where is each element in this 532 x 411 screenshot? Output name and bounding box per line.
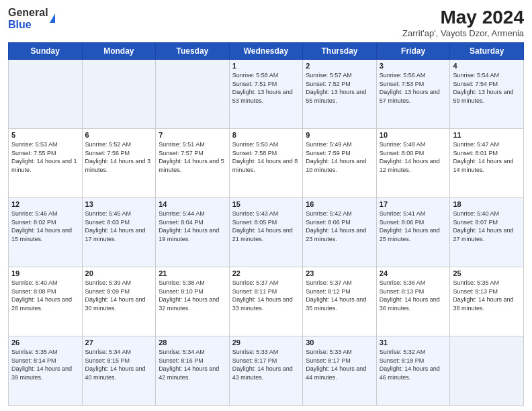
calendar-cell: 22Sunrise: 5:37 AM Sunset: 8:11 PM Dayli… bbox=[229, 267, 303, 336]
calendar-cell: 15Sunrise: 5:43 AM Sunset: 8:05 PM Dayli… bbox=[229, 198, 303, 267]
calendar-cell: 25Sunrise: 5:35 AM Sunset: 8:13 PM Dayli… bbox=[450, 267, 524, 336]
calendar-cell: 20Sunrise: 5:39 AM Sunset: 8:09 PM Dayli… bbox=[82, 267, 156, 336]
calendar-cell bbox=[9, 60, 83, 129]
location: Zarrit'ap', Vayots Dzor, Armenia bbox=[402, 28, 524, 38]
day-number: 23 bbox=[306, 269, 373, 277]
calendar-cell: 9Sunrise: 5:49 AM Sunset: 7:59 PM Daylig… bbox=[303, 129, 377, 198]
calendar-cell bbox=[450, 336, 524, 406]
calendar-cell: 11Sunrise: 5:47 AM Sunset: 8:01 PM Dayli… bbox=[450, 129, 524, 198]
day-info: Sunrise: 5:53 AM Sunset: 7:55 PM Dayligh… bbox=[11, 140, 79, 174]
calendar-cell: 19Sunrise: 5:40 AM Sunset: 8:08 PM Dayli… bbox=[9, 267, 83, 336]
day-info: Sunrise: 5:46 AM Sunset: 8:02 PM Dayligh… bbox=[11, 210, 79, 243]
day-number: 31 bbox=[380, 338, 447, 347]
day-number: 22 bbox=[232, 269, 300, 277]
day-info: Sunrise: 5:39 AM Sunset: 8:09 PM Dayligh… bbox=[85, 279, 153, 312]
calendar-cell: 1Sunrise: 5:58 AM Sunset: 7:51 PM Daylig… bbox=[229, 60, 303, 129]
logo-name: General Blue bbox=[8, 7, 48, 31]
day-info: Sunrise: 5:58 AM Sunset: 7:51 PM Dayligh… bbox=[232, 71, 300, 105]
logo: General Blue bbox=[8, 7, 55, 31]
weekday-header-thursday: Thursday bbox=[303, 43, 377, 60]
day-info: Sunrise: 5:49 AM Sunset: 7:59 PM Dayligh… bbox=[306, 140, 373, 174]
day-info: Sunrise: 5:54 AM Sunset: 7:54 PM Dayligh… bbox=[453, 71, 521, 105]
day-info: Sunrise: 5:43 AM Sunset: 8:05 PM Dayligh… bbox=[232, 210, 300, 243]
day-number: 17 bbox=[380, 200, 447, 208]
calendar-cell: 7Sunrise: 5:51 AM Sunset: 7:57 PM Daylig… bbox=[156, 129, 230, 198]
day-number: 15 bbox=[232, 200, 300, 208]
day-number: 12 bbox=[11, 200, 79, 208]
calendar-cell: 17Sunrise: 5:41 AM Sunset: 8:06 PM Dayli… bbox=[376, 198, 450, 267]
weekday-header-saturday: Saturday bbox=[450, 43, 524, 60]
day-info: Sunrise: 5:47 AM Sunset: 8:01 PM Dayligh… bbox=[453, 140, 521, 174]
calendar-cell bbox=[156, 60, 230, 129]
day-number: 20 bbox=[85, 269, 153, 277]
calendar-cell: 26Sunrise: 5:35 AM Sunset: 8:14 PM Dayli… bbox=[9, 336, 83, 406]
calendar-cell: 13Sunrise: 5:45 AM Sunset: 8:03 PM Dayli… bbox=[82, 198, 156, 267]
weekday-header-wednesday: Wednesday bbox=[229, 43, 303, 60]
day-info: Sunrise: 5:34 AM Sunset: 8:15 PM Dayligh… bbox=[85, 348, 153, 381]
day-number: 3 bbox=[380, 62, 447, 70]
day-info: Sunrise: 5:33 AM Sunset: 8:17 PM Dayligh… bbox=[306, 348, 373, 381]
weekday-header-monday: Monday bbox=[82, 43, 156, 60]
calendar-cell: 31Sunrise: 5:32 AM Sunset: 8:18 PM Dayli… bbox=[376, 336, 450, 406]
day-info: Sunrise: 5:48 AM Sunset: 8:00 PM Dayligh… bbox=[380, 140, 447, 174]
week-row-5: 26Sunrise: 5:35 AM Sunset: 8:14 PM Dayli… bbox=[9, 336, 524, 406]
day-number: 21 bbox=[159, 269, 226, 277]
day-number: 27 bbox=[85, 338, 153, 347]
week-row-1: 1Sunrise: 5:58 AM Sunset: 7:51 PM Daylig… bbox=[9, 60, 524, 129]
day-info: Sunrise: 5:45 AM Sunset: 8:03 PM Dayligh… bbox=[85, 210, 153, 243]
calendar-cell: 2Sunrise: 5:57 AM Sunset: 7:52 PM Daylig… bbox=[303, 60, 377, 129]
day-number: 5 bbox=[11, 131, 79, 139]
weekday-header-row: SundayMondayTuesdayWednesdayThursdayFrid… bbox=[9, 43, 524, 60]
week-row-2: 5Sunrise: 5:53 AM Sunset: 7:55 PM Daylig… bbox=[9, 129, 524, 198]
week-row-3: 12Sunrise: 5:46 AM Sunset: 8:02 PM Dayli… bbox=[9, 198, 524, 267]
month-title: May 2024 bbox=[402, 7, 524, 28]
day-info: Sunrise: 5:40 AM Sunset: 8:08 PM Dayligh… bbox=[11, 279, 79, 312]
day-info: Sunrise: 5:37 AM Sunset: 8:12 PM Dayligh… bbox=[306, 279, 373, 312]
day-info: Sunrise: 5:42 AM Sunset: 8:06 PM Dayligh… bbox=[306, 210, 373, 243]
day-number: 29 bbox=[232, 338, 300, 347]
weekday-header-tuesday: Tuesday bbox=[156, 43, 230, 60]
calendar-cell: 10Sunrise: 5:48 AM Sunset: 8:00 PM Dayli… bbox=[376, 129, 450, 198]
day-info: Sunrise: 5:35 AM Sunset: 8:14 PM Dayligh… bbox=[11, 348, 79, 381]
calendar-cell: 8Sunrise: 5:50 AM Sunset: 7:58 PM Daylig… bbox=[229, 129, 303, 198]
day-info: Sunrise: 5:37 AM Sunset: 8:11 PM Dayligh… bbox=[232, 279, 300, 312]
day-number: 11 bbox=[453, 131, 521, 139]
calendar-cell bbox=[82, 60, 156, 129]
day-number: 2 bbox=[306, 62, 373, 70]
calendar: SundayMondayTuesdayWednesdayThursdayFrid… bbox=[8, 42, 524, 406]
day-number: 30 bbox=[306, 338, 373, 347]
day-number: 13 bbox=[85, 200, 153, 208]
calendar-cell: 30Sunrise: 5:33 AM Sunset: 8:17 PM Dayli… bbox=[303, 336, 377, 406]
calendar-cell: 12Sunrise: 5:46 AM Sunset: 8:02 PM Dayli… bbox=[9, 198, 83, 267]
weekday-header-sunday: Sunday bbox=[9, 43, 83, 60]
day-number: 25 bbox=[453, 269, 521, 277]
day-info: Sunrise: 5:50 AM Sunset: 7:58 PM Dayligh… bbox=[232, 140, 300, 174]
calendar-cell: 23Sunrise: 5:37 AM Sunset: 8:12 PM Dayli… bbox=[303, 267, 377, 336]
day-info: Sunrise: 5:34 AM Sunset: 8:16 PM Dayligh… bbox=[159, 348, 226, 381]
day-number: 6 bbox=[85, 131, 153, 139]
day-info: Sunrise: 5:32 AM Sunset: 8:18 PM Dayligh… bbox=[380, 348, 447, 381]
day-info: Sunrise: 5:40 AM Sunset: 8:07 PM Dayligh… bbox=[453, 210, 521, 243]
calendar-cell: 21Sunrise: 5:38 AM Sunset: 8:10 PM Dayli… bbox=[156, 267, 230, 336]
day-info: Sunrise: 5:38 AM Sunset: 8:10 PM Dayligh… bbox=[159, 279, 226, 312]
day-info: Sunrise: 5:41 AM Sunset: 8:06 PM Dayligh… bbox=[380, 210, 447, 243]
title-area: May 2024 Zarrit'ap', Vayots Dzor, Armeni… bbox=[402, 7, 524, 38]
day-number: 9 bbox=[306, 131, 373, 139]
day-number: 1 bbox=[232, 62, 300, 70]
calendar-cell: 14Sunrise: 5:44 AM Sunset: 8:04 PM Dayli… bbox=[156, 198, 230, 267]
day-info: Sunrise: 5:36 AM Sunset: 8:13 PM Dayligh… bbox=[380, 279, 447, 312]
day-info: Sunrise: 5:33 AM Sunset: 8:17 PM Dayligh… bbox=[232, 348, 300, 381]
day-number: 28 bbox=[159, 338, 226, 347]
calendar-cell: 5Sunrise: 5:53 AM Sunset: 7:55 PM Daylig… bbox=[9, 129, 83, 198]
calendar-cell: 4Sunrise: 5:54 AM Sunset: 7:54 PM Daylig… bbox=[450, 60, 524, 129]
day-number: 18 bbox=[453, 200, 521, 208]
calendar-cell: 24Sunrise: 5:36 AM Sunset: 8:13 PM Dayli… bbox=[376, 267, 450, 336]
day-number: 19 bbox=[11, 269, 79, 277]
day-number: 7 bbox=[159, 131, 226, 139]
header: General Blue May 2024 Zarrit'ap', Vayots… bbox=[8, 7, 524, 38]
logo-triangle-icon bbox=[50, 13, 55, 23]
calendar-cell: 18Sunrise: 5:40 AM Sunset: 8:07 PM Dayli… bbox=[450, 198, 524, 267]
day-info: Sunrise: 5:56 AM Sunset: 7:53 PM Dayligh… bbox=[380, 71, 447, 105]
week-row-4: 19Sunrise: 5:40 AM Sunset: 8:08 PM Dayli… bbox=[9, 267, 524, 336]
calendar-cell: 3Sunrise: 5:56 AM Sunset: 7:53 PM Daylig… bbox=[376, 60, 450, 129]
